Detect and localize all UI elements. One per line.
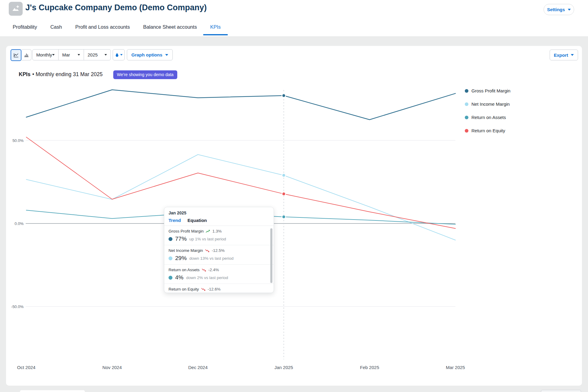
main-tabs: Profitability Cash Profit and Loss accou… <box>13 19 221 35</box>
legend-item-gross-profit-margin[interactable]: Gross Profit Margin <box>465 88 510 93</box>
page-title: J's Cupcake Company Demo (Demo Company) <box>25 3 207 12</box>
tooltip-title: Jan 2025 <box>169 210 269 215</box>
image-placeholder-icon <box>11 4 20 13</box>
tooltip-series-label: Return on Assets <box>169 268 200 272</box>
year-select[interactable]: 2025 <box>84 50 111 60</box>
legend-label: Return on Equity <box>471 128 505 133</box>
tooltip-tab-trend[interactable]: Trend <box>169 218 181 223</box>
chevron-down-icon <box>78 54 80 56</box>
tooltip-series-label: Net Income Margin <box>169 248 203 253</box>
tooltip-row-return-on-assets: Return on Assets -2.4% 4% down 2% vs las… <box>164 265 274 284</box>
tab-cash[interactable]: Cash <box>50 19 62 35</box>
legend-item-return-on-equity[interactable]: Return on Equity <box>465 128 510 133</box>
tab-profit-and-loss-accounts[interactable]: Profit and Loss accounts <box>75 19 130 35</box>
tooltip-delta: up 1% vs last period <box>189 237 226 241</box>
chevron-down-icon <box>568 9 571 11</box>
legend-dot <box>465 129 468 133</box>
series-color-dot <box>169 237 172 241</box>
legend-dot <box>465 89 468 93</box>
tooltip-row-gross-profit-margin: Gross Profit Margin 1.3% 77% up 1% vs la… <box>164 226 274 245</box>
y-axis-tick-0: 0.0% <box>10 221 24 226</box>
tooltip-value: 77% <box>175 236 187 242</box>
x-axis-label-feb: Feb 2025 <box>360 365 379 370</box>
bar-chart-toggle-button[interactable] <box>21 49 31 60</box>
tooltip-series-label: Return on Equity <box>169 287 199 291</box>
chart-legend: Gross Profit Margin Net Income Margin Re… <box>465 88 510 133</box>
droplet-icon <box>115 53 119 57</box>
color-options-button[interactable] <box>113 49 125 60</box>
tooltip-value: 4% <box>175 274 183 281</box>
y-axis-tick-neg50: -50.0% <box>10 304 24 309</box>
chart-title: KPIs • Monthly ending 31 Mar 2025 <box>19 71 103 78</box>
series-color-dot <box>169 276 172 280</box>
tooltip-series-label: Gross Profit Margin <box>169 229 204 233</box>
company-logo-placeholder[interactable] <box>9 2 23 16</box>
chevron-down-icon <box>120 54 123 56</box>
x-axis-label-jan: Jan 2025 <box>275 365 293 370</box>
settings-button-label: Settings <box>547 7 565 12</box>
legend-dot <box>465 102 468 106</box>
tooltip-delta: down 2% vs last period <box>186 275 228 280</box>
month-select-value: Mar <box>62 52 70 57</box>
year-select-value: 2025 <box>88 52 98 57</box>
settings-button[interactable]: Settings <box>544 4 574 15</box>
bar-chart-icon <box>24 53 29 57</box>
chart-title-subtitle: • Monthly ending 31 Mar 2025 <box>32 71 103 78</box>
legend-item-net-income-margin[interactable]: Net Income Margin <box>465 101 510 107</box>
legend-dot <box>465 116 468 119</box>
period-selects: Monthly Mar 2025 <box>32 49 111 60</box>
tooltip-trend-value: -2.4% <box>208 268 219 272</box>
line-chart-icon <box>14 53 19 58</box>
frequency-select[interactable]: Monthly <box>33 50 58 60</box>
chart-title-main: KPIs <box>19 71 31 78</box>
tab-balance-sheet-accounts[interactable]: Balance Sheet accounts <box>143 19 197 35</box>
chevron-down-icon <box>104 54 107 56</box>
tooltip-value: 29% <box>175 255 187 262</box>
tab-kpis[interactable]: KPIs <box>210 19 221 35</box>
trend-down-icon <box>201 288 206 291</box>
chevron-down-icon <box>165 54 168 56</box>
tooltip-tab-equation[interactable]: Equation <box>188 218 207 223</box>
next-section-card-edge <box>20 390 85 392</box>
trend-down-icon <box>205 249 210 252</box>
tooltip-scrollbar-thumb[interactable] <box>270 228 272 283</box>
tooltip-trend-value: -12.6% <box>208 287 221 291</box>
chart-tooltip: Jan 2025 Trend Equation Gross Profit Mar… <box>164 207 274 293</box>
tab-profitability[interactable]: Profitability <box>13 19 37 35</box>
chart-type-toggle <box>11 49 31 61</box>
chevron-down-icon <box>52 54 55 56</box>
tooltip-trend-value: 1.3% <box>212 229 222 233</box>
tooltip-delta: down 13% vs last period <box>189 256 233 261</box>
line-chart-toggle-button[interactable] <box>11 49 21 61</box>
month-select[interactable]: Mar <box>58 50 84 60</box>
x-axis-label-oct: Oct 2024 <box>17 365 36 370</box>
frequency-select-value: Monthly <box>36 52 52 57</box>
legend-label: Net Income Margin <box>471 101 510 107</box>
graph-options-button[interactable]: Graph options <box>127 49 173 60</box>
legend-label: Gross Profit Margin <box>471 88 510 93</box>
y-axis-tick-50: 50.0% <box>10 138 24 143</box>
graph-options-label: Graph options <box>131 52 162 57</box>
next-section-button-edge[interactable] <box>541 390 581 392</box>
tooltip-trend-value: -12.5% <box>212 248 225 253</box>
x-axis-label-nov: Nov 2024 <box>102 365 122 370</box>
demo-data-badge: We're showing you demo data <box>113 70 177 79</box>
x-axis-label-mar: Mar 2025 <box>446 365 465 370</box>
tooltip-row-net-income-margin: Net Income Margin -12.5% 29% down 13% vs… <box>164 245 274 265</box>
series-color-dot <box>169 256 172 260</box>
legend-item-return-on-assets[interactable]: Return on Assets <box>465 115 510 120</box>
chevron-down-icon <box>571 54 574 56</box>
tooltip-row-return-on-equity: Return on Equity -12.6% <box>164 284 274 293</box>
export-button[interactable]: Export <box>550 50 578 60</box>
kpi-chart-card: Monthly Mar 2025 Graph options Export KP… <box>6 46 582 386</box>
trend-up-icon <box>206 230 210 233</box>
trend-down-icon <box>202 268 206 272</box>
legend-label: Return on Assets <box>471 115 506 120</box>
x-axis-label-dec: Dec 2024 <box>188 365 207 370</box>
export-label: Export <box>554 53 568 58</box>
